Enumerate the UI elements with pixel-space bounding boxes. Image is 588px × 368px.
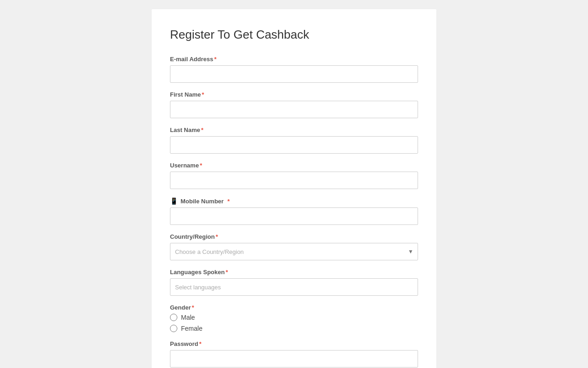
mobile-group: 📱 Mobile Number* — [170, 197, 418, 225]
password-input[interactable] — [170, 350, 418, 368]
last-name-group: Last Name* — [170, 126, 418, 154]
email-label: E-mail Address* — [170, 56, 418, 63]
country-required: * — [216, 233, 218, 240]
country-select[interactable]: Choose a Country/Region — [170, 243, 418, 260]
gender-label: Gender* — [170, 304, 418, 311]
gender-required: * — [192, 304, 194, 311]
password-required: * — [199, 340, 201, 347]
first-name-required: * — [202, 91, 204, 98]
password-label: Password* — [170, 340, 418, 347]
mobile-phone-icon: 📱 — [170, 197, 178, 205]
gender-group: Gender* Male Female — [170, 304, 418, 332]
form-container: Register To Get Cashback E-mail Address*… — [152, 9, 436, 368]
gender-female-option[interactable]: Female — [170, 325, 418, 332]
gender-male-radio[interactable] — [170, 314, 177, 321]
username-group: Username* — [170, 162, 418, 189]
mobile-input[interactable] — [170, 207, 418, 225]
languages-label: Languages Spoken* — [170, 269, 418, 276]
country-group: Country/Region* Choose a Country/Region … — [170, 233, 418, 260]
page-title: Register To Get Cashback — [170, 28, 418, 42]
first-name-group: First Name* — [170, 91, 418, 118]
username-input[interactable] — [170, 172, 418, 189]
email-required: * — [214, 56, 216, 63]
mobile-label: 📱 Mobile Number* — [170, 197, 418, 205]
gender-female-radio[interactable] — [170, 325, 177, 332]
languages-input[interactable] — [170, 278, 418, 296]
last-name-input[interactable] — [170, 136, 418, 154]
gender-radio-group: Male Female — [170, 314, 418, 332]
password-group: Password* — [170, 340, 418, 368]
username-required: * — [200, 162, 202, 169]
mobile-required: * — [227, 198, 230, 205]
country-label: Country/Region* — [170, 233, 418, 240]
first-name-input[interactable] — [170, 101, 418, 118]
languages-group: Languages Spoken* — [170, 269, 418, 296]
email-group: E-mail Address* — [170, 56, 418, 83]
first-name-label: First Name* — [170, 91, 418, 98]
last-name-required: * — [201, 126, 204, 133]
gender-male-option[interactable]: Male — [170, 314, 418, 321]
username-label: Username* — [170, 162, 418, 169]
languages-required: * — [226, 269, 228, 276]
last-name-label: Last Name* — [170, 126, 418, 133]
country-select-wrapper: Choose a Country/Region ▼ — [170, 243, 418, 260]
email-input[interactable] — [170, 65, 418, 83]
